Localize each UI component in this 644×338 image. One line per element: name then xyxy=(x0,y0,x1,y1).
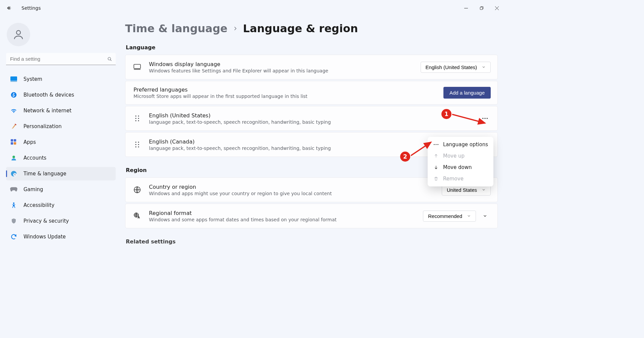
svg-point-13 xyxy=(13,203,15,204)
expand-button[interactable] xyxy=(479,210,491,222)
nav-label: Privacy & security xyxy=(23,218,69,224)
svg-point-27 xyxy=(138,144,139,145)
nav-label: Apps xyxy=(23,139,36,145)
svg-point-1 xyxy=(16,31,20,35)
menu-label: Language options xyxy=(443,142,488,148)
nav-item-accounts[interactable]: Accounts xyxy=(6,151,116,165)
card-desc: Microsoft Store apps will appear in the … xyxy=(133,94,443,99)
window-controls xyxy=(458,3,504,13)
svg-point-2 xyxy=(108,57,111,60)
bluetooth-icon xyxy=(10,91,17,99)
menu-item-language-options[interactable]: Language options xyxy=(430,139,491,150)
svg-rect-4 xyxy=(10,81,17,82)
language-context-menu: Language options Move up Move down Remov… xyxy=(428,137,493,186)
arrow-down-icon xyxy=(433,165,439,170)
svg-point-26 xyxy=(135,144,136,145)
svg-point-29 xyxy=(138,146,139,147)
svg-point-36 xyxy=(436,144,437,145)
card-desc: Windows and apps might use your country … xyxy=(149,191,442,196)
display-language-select[interactable]: English (United States) xyxy=(421,62,491,73)
nav-item-network[interactable]: Network & internet xyxy=(6,104,116,117)
user-avatar[interactable] xyxy=(7,23,30,46)
nav-item-bluetooth[interactable]: Bluetooth & devices xyxy=(6,88,116,102)
chevron-down-icon xyxy=(482,188,486,192)
breadcrumb-parent[interactable]: Time & language xyxy=(125,22,227,35)
trash-icon xyxy=(433,176,439,181)
drag-handle[interactable] xyxy=(132,142,142,148)
shield-icon xyxy=(10,217,17,225)
nav-label: Bluetooth & devices xyxy=(23,92,74,98)
svg-rect-0 xyxy=(480,7,482,9)
svg-rect-6 xyxy=(11,139,13,142)
svg-point-18 xyxy=(138,118,139,119)
nav-item-time-language[interactable]: Time & language xyxy=(6,167,116,180)
annotation-badge-1: 1 xyxy=(441,109,451,119)
language-features: language pack, text-to-speech, speech re… xyxy=(149,119,479,125)
nav-label: Windows Update xyxy=(23,234,66,240)
card-title: Country or region xyxy=(149,184,442,190)
close-icon xyxy=(495,6,499,10)
minimize-icon xyxy=(464,6,468,10)
section-title-language: Language xyxy=(126,44,498,51)
language-name: English (United States) xyxy=(149,112,479,119)
menu-item-move-down[interactable]: Move down xyxy=(430,162,491,173)
svg-rect-8 xyxy=(11,142,13,145)
svg-point-15 xyxy=(135,115,136,116)
svg-rect-3 xyxy=(10,76,17,81)
nav-item-personalization[interactable]: Personalization xyxy=(6,120,116,133)
window-title: Settings xyxy=(21,5,41,11)
globe-clock-icon xyxy=(10,170,17,177)
grip-icon xyxy=(135,142,139,148)
select-value: English (United States) xyxy=(426,64,477,70)
grip-icon xyxy=(135,115,139,121)
annotation-arrow-2 xyxy=(410,140,434,157)
search-input[interactable] xyxy=(6,53,116,65)
nav-item-accessibility[interactable]: Accessibility xyxy=(6,199,116,212)
menu-label: Move down xyxy=(443,164,472,170)
nav-label: Accounts xyxy=(23,155,46,161)
nav-item-system[interactable]: System xyxy=(6,72,116,86)
nav-item-gaming[interactable]: Gaming xyxy=(6,183,116,196)
gamepad-icon xyxy=(10,186,17,193)
language-item: English (United States) language pack, t… xyxy=(125,106,498,131)
search-icon xyxy=(107,56,112,62)
svg-point-16 xyxy=(138,115,139,116)
svg-point-19 xyxy=(135,120,136,121)
select-value: Recommended xyxy=(428,213,462,219)
svg-point-37 xyxy=(437,144,438,145)
chevron-down-icon xyxy=(467,214,471,218)
nav-label: Time & language xyxy=(23,171,66,177)
breadcrumb-current: Language & region xyxy=(243,22,358,35)
maximize-button[interactable] xyxy=(474,3,489,13)
monitor-icon xyxy=(132,64,142,70)
nav-item-privacy[interactable]: Privacy & security xyxy=(6,214,116,228)
nav-label: Gaming xyxy=(23,186,43,192)
card-title: Windows display language xyxy=(149,61,421,67)
svg-point-10 xyxy=(12,156,15,158)
menu-label: Move up xyxy=(443,153,465,159)
nav-item-windows-update[interactable]: Windows Update xyxy=(6,230,116,243)
globe-icon xyxy=(132,186,142,193)
menu-item-remove: Remove xyxy=(430,173,491,184)
nav-label: Accessibility xyxy=(23,202,54,208)
drag-handle[interactable] xyxy=(132,115,142,121)
menu-item-move-up: Move up xyxy=(430,150,491,162)
nav-item-apps[interactable]: Apps xyxy=(6,135,116,149)
minimize-button[interactable] xyxy=(458,3,474,13)
preferred-languages-header: Preferred languages Microsoft Store apps… xyxy=(125,81,498,105)
card-title: Preferred languages xyxy=(133,87,443,93)
regional-format-card: Regional format Windows and some apps fo… xyxy=(125,204,498,228)
card-desc: Windows features like Settings and File … xyxy=(149,68,421,73)
search-field[interactable] xyxy=(6,53,116,65)
add-language-button[interactable]: Add a language xyxy=(443,87,491,99)
wifi-icon xyxy=(10,107,17,114)
display-language-card: Windows display language Windows feature… xyxy=(125,55,498,79)
globe-text-icon xyxy=(132,212,142,220)
annotation-badge-2: 2 xyxy=(400,152,410,162)
svg-point-25 xyxy=(138,142,139,143)
account-icon xyxy=(10,154,17,162)
back-button[interactable] xyxy=(3,1,16,15)
chevron-right-icon xyxy=(233,25,237,32)
regional-format-select[interactable]: Recommended xyxy=(423,211,476,222)
close-button[interactable] xyxy=(489,3,504,13)
